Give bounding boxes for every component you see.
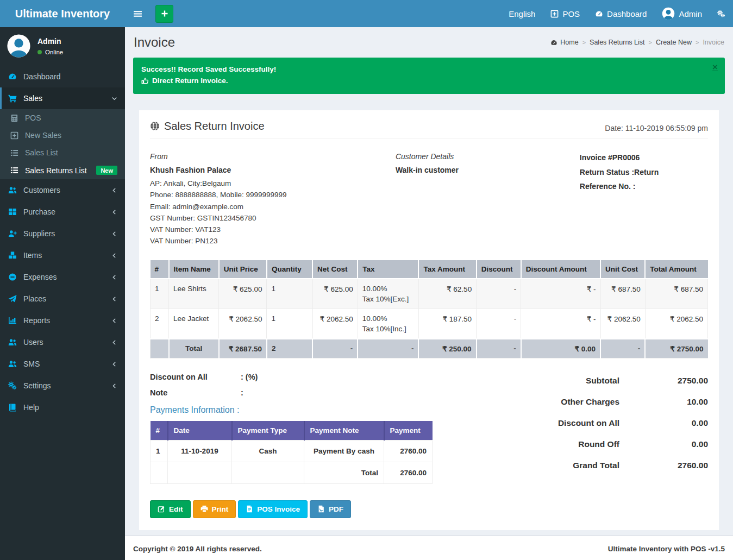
breadcrumb-home[interactable]: Home [550, 39, 578, 46]
quick-add-button[interactable] [155, 5, 173, 23]
pdf-button[interactable]: PDF [310, 500, 351, 518]
pos-invoice-button[interactable]: POS Invoice [238, 500, 308, 518]
close-icon[interactable]: × [712, 62, 718, 72]
nav-settings[interactable] [710, 0, 733, 27]
sidebar-item-dashboard[interactable]: Dashboard [0, 66, 125, 87]
chevron-left-icon [111, 361, 117, 367]
nav-language[interactable]: English [501, 0, 543, 27]
reference-number: Reference No. : [580, 181, 708, 193]
alert-line2: Direct Return Invoice. [152, 75, 228, 87]
hamburger-icon [133, 9, 142, 18]
sidebar-item-customers[interactable]: Customers [0, 179, 125, 201]
breadcrumb-sales-returns-list[interactable]: Sales Returns List [590, 39, 644, 46]
plus-square-icon [10, 131, 20, 140]
sidebar-item-reports[interactable]: Reports [0, 310, 125, 331]
app-logo[interactable]: Ultimate Inventory [0, 0, 125, 27]
plus-icon [160, 9, 169, 18]
print-button[interactable]: Print [193, 500, 236, 518]
success-alert: Success!! Record Saved Successfully! Dir… [133, 58, 725, 94]
chevron-left-icon [111, 274, 117, 280]
nav-dashboard[interactable]: Dashboard [587, 0, 654, 27]
company-name: Khush Fashion Palace [150, 166, 396, 174]
invoice-date: Date: 11-10-2019 06:55:09 pm [605, 124, 708, 133]
chevron-left-icon [111, 231, 117, 237]
totals-summary: Subtotal 2750.00 Other Charges 10.00 Dis… [526, 373, 708, 484]
page-title: Invoice [134, 35, 175, 50]
sidebar-item-help[interactable]: Help [0, 397, 125, 418]
item-row: 2 Lee Jacket ₹ 2062.50 1 ₹ 2062.50 10.00… [151, 309, 708, 339]
thumbs-up-icon [141, 77, 149, 85]
payments-table: # Date Payment Type Payment Note Payment… [150, 421, 433, 484]
chevron-down-icon [111, 96, 117, 102]
note-line: Note : [150, 388, 424, 397]
items-table: # Item Name Unit Price Quantity Net Cost… [150, 260, 708, 358]
discount-on-all-line: Discount on All : (%) [150, 373, 424, 381]
breadcrumb: Home > Sales Returns List > Create New >… [550, 39, 724, 46]
sidebar-user-name: Admin [37, 37, 63, 46]
payments-header-row: # Date Payment Type Payment Note Payment [151, 421, 433, 441]
invoice-card: Sales Return Invoice Date: 11-10-2019 06… [139, 110, 719, 530]
payments-total-row: Total 2760.00 [151, 462, 433, 483]
sidebar-item-users[interactable]: Users [0, 331, 125, 353]
globe-icon [150, 121, 160, 131]
users-icon [8, 338, 18, 347]
edit-button[interactable]: Edit [150, 500, 191, 518]
sidebar-toggle-button[interactable] [125, 0, 151, 27]
footer: Copyright © 2019 All rights reserved. Ul… [125, 536, 733, 560]
sidebar-menu: Dashboard Sales POS [0, 66, 125, 418]
footer-copyright: Copyright © 2019 All rights reserved. [133, 545, 262, 553]
chevron-left-icon [111, 318, 117, 324]
customer-section: Customer Details Walk-in customer [396, 152, 580, 247]
home-dashboard-icon [550, 39, 557, 46]
sidebar-item-purchase[interactable]: Purchase [0, 201, 125, 223]
nav-pos[interactable]: POS [543, 0, 587, 27]
file-icon [246, 505, 253, 513]
user-avatar [662, 7, 675, 20]
th-large-icon [8, 207, 18, 216]
chevron-left-icon [111, 339, 117, 345]
cubes-icon [8, 251, 18, 260]
sidebar-item-pos[interactable]: POS [0, 109, 125, 127]
summary-discount-on-all: Discount on All 0.00 [526, 418, 708, 428]
calculator-icon [10, 114, 20, 122]
users-icon [8, 186, 18, 194]
sidebar-item-settings[interactable]: Settings [0, 375, 125, 397]
chevron-left-icon [111, 296, 117, 302]
invoice-number: Invoice #PR0006 [580, 152, 708, 164]
sidebar-user-panel: Admin Online [0, 27, 125, 66]
sales-submenu: POS New Sales Sales List [0, 109, 125, 179]
minus-circle-icon [8, 273, 18, 281]
chevron-left-icon [111, 187, 117, 193]
sidebar-avatar [7, 34, 31, 58]
summary-round-off: Round Off 0.00 [526, 439, 708, 449]
from-section: From Khush Fashion Palace AP: Ankali, Ci… [150, 152, 396, 247]
sidebar-item-new-sales[interactable]: New Sales [0, 127, 125, 144]
main-header: Ultimate Inventory English POS [0, 0, 733, 27]
sidebar-item-expenses[interactable]: Expenses [0, 266, 125, 288]
alert-line1: Success!! Record Saved Successfully! [141, 64, 709, 75]
summary-other-charges: Other Charges 10.00 [526, 397, 708, 407]
sidebar-item-suppliers[interactable]: Suppliers [0, 223, 125, 244]
list-icon [10, 149, 20, 157]
sidebar-item-sales-list[interactable]: Sales List [0, 144, 125, 161]
sidebar-item-places[interactable]: Places [0, 288, 125, 310]
sidebar-item-sales[interactable]: Sales [0, 87, 125, 109]
invoice-meta-section: Invoice #PR0006 Return Status :Return Re… [580, 152, 708, 247]
sidebar-item-sms[interactable]: SMS [0, 353, 125, 375]
list-icon [10, 166, 20, 174]
plus-square-icon [550, 10, 559, 18]
customer-name: Walk-in customer [396, 166, 580, 174]
footer-version: Ultimate Inventory with POS -v1.5 [608, 545, 725, 553]
sidebar-user-status[interactable]: Online [37, 49, 63, 55]
breadcrumb-separator: > [696, 39, 699, 46]
top-navbar: English POS Dashboard Admin [125, 0, 733, 27]
summary-subtotal: Subtotal 2750.00 [526, 376, 708, 386]
sidebar-item-items[interactable]: Items [0, 244, 125, 266]
breadcrumb-separator: > [649, 39, 652, 46]
file-pdf-icon [317, 505, 325, 513]
new-badge: New [96, 166, 117, 175]
dashboard-icon [595, 10, 603, 18]
sidebar-item-sales-returns-list[interactable]: Sales Returns List New [0, 161, 125, 179]
nav-user-menu[interactable]: Admin [654, 0, 710, 27]
breadcrumb-create-new[interactable]: Create New [656, 39, 692, 46]
